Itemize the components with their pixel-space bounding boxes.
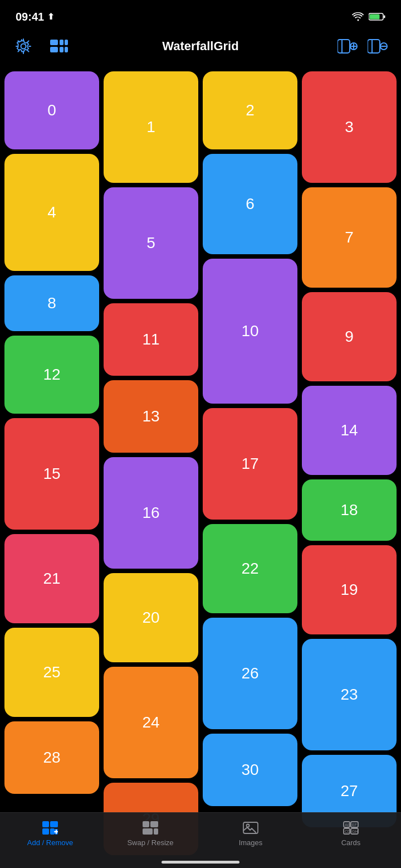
card-14[interactable]: 14 (302, 386, 397, 475)
location-icon: ⬆ (47, 12, 55, 22)
svg-text:AB: AB (345, 823, 350, 827)
card-7[interactable]: 7 (302, 187, 397, 288)
card-3[interactable]: 3 (302, 71, 397, 183)
card-28[interactable]: 28 (4, 721, 99, 794)
card-26[interactable]: 26 (203, 618, 297, 729)
tab-swap-resize-label: Swap / Resize (127, 838, 173, 847)
tab-cards-label: Cards (341, 838, 361, 847)
tab-add-remove[interactable]: Add / Remove (0, 819, 100, 847)
svg-text:EF: EF (352, 823, 357, 827)
settings-button[interactable] (11, 34, 36, 59)
tab-swap-resize[interactable]: Swap / Resize (100, 819, 200, 847)
card-23[interactable]: 23 (302, 639, 397, 750)
add-column-button[interactable] (335, 34, 360, 59)
card-5[interactable]: 5 (104, 187, 198, 299)
card-17[interactable]: 17 (203, 408, 297, 520)
nav-title: WaterfallGrid (162, 39, 238, 53)
grid-icon (50, 40, 68, 53)
card-2[interactable]: 2 (203, 71, 297, 149)
card-18[interactable]: 18 (302, 479, 397, 541)
card-10[interactable]: 10 (203, 259, 297, 404)
remove-column-button[interactable] (365, 34, 390, 59)
card-25[interactable]: 25 (4, 628, 99, 717)
svg-rect-7 (60, 47, 63, 52)
card-16[interactable]: 16 (104, 457, 198, 569)
card-11[interactable]: 11 (104, 303, 198, 376)
card-4[interactable]: 4 (4, 154, 99, 271)
svg-rect-4 (50, 40, 58, 45)
swap-resize-icon (142, 819, 159, 836)
card-22[interactable]: 22 (203, 524, 297, 613)
card-30[interactable]: 30 (203, 734, 297, 806)
tab-cards[interactable]: AB CD EF GH Cards (301, 819, 401, 847)
card-9[interactable]: 9 (302, 292, 397, 381)
card-0[interactable]: 0 (4, 71, 99, 149)
svg-rect-5 (50, 47, 58, 52)
images-icon (242, 819, 259, 836)
svg-rect-1 (384, 16, 385, 18)
svg-text:GH: GH (352, 830, 358, 833)
card-21[interactable]: 21 (4, 534, 99, 623)
add-remove-icon (42, 819, 58, 836)
card-19[interactable]: 19 (302, 545, 397, 634)
svg-rect-15 (368, 40, 380, 53)
add-col-icon (338, 38, 358, 55)
gear-icon (15, 38, 32, 55)
svg-rect-2 (370, 14, 380, 20)
tab-images[interactable]: Images (200, 819, 301, 847)
svg-rect-6 (60, 40, 63, 45)
card-6[interactable]: 6 (203, 154, 297, 254)
status-bar: 09:41 ⬆ (0, 0, 401, 30)
svg-rect-29 (154, 828, 158, 835)
remove-col-icon (368, 38, 388, 55)
nav-right (335, 34, 390, 59)
column-2: 261017222630 (203, 71, 297, 855)
cards-icon: AB CD EF GH (343, 819, 359, 836)
svg-rect-8 (65, 40, 68, 45)
nav-left (11, 34, 71, 59)
column-3: 3791418192327 (302, 71, 397, 855)
svg-rect-9 (65, 47, 68, 52)
battery-icon (369, 12, 385, 21)
status-icons (352, 12, 385, 21)
card-24[interactable]: 24 (104, 667, 198, 778)
card-12[interactable]: 12 (4, 336, 99, 414)
wifi-icon (352, 12, 364, 21)
card-13[interactable]: 13 (104, 380, 198, 453)
card-1[interactable]: 1 (104, 71, 198, 183)
svg-rect-19 (42, 821, 49, 827)
grid-area: 0481215212528151113162024292610172226303… (0, 66, 401, 861)
home-indicator (162, 861, 239, 864)
svg-rect-20 (42, 828, 49, 835)
svg-rect-27 (143, 828, 153, 835)
nav-bar: WaterfallGrid (0, 30, 401, 66)
card-20[interactable]: 20 (104, 573, 198, 662)
tab-images-label: Images (239, 838, 263, 847)
nav-title-container: WaterfallGrid (162, 39, 238, 54)
column-0: 0481215212528 (4, 71, 99, 855)
status-time: 09:41 ⬆ (16, 11, 55, 23)
svg-text:CD: CD (345, 830, 350, 833)
column-1: 15111316202429 (104, 71, 198, 855)
svg-rect-28 (150, 821, 158, 827)
tab-add-remove-label: Add / Remove (27, 838, 73, 847)
svg-rect-26 (143, 821, 149, 827)
svg-point-31 (247, 825, 250, 827)
svg-point-3 (21, 44, 26, 49)
svg-rect-10 (338, 40, 350, 53)
card-8[interactable]: 8 (4, 275, 99, 331)
tab-bar: Add / Remove Swap / Resize Images (0, 812, 401, 868)
card-15[interactable]: 15 (4, 418, 99, 530)
svg-rect-21 (50, 821, 58, 827)
layout-button[interactable] (47, 34, 71, 59)
